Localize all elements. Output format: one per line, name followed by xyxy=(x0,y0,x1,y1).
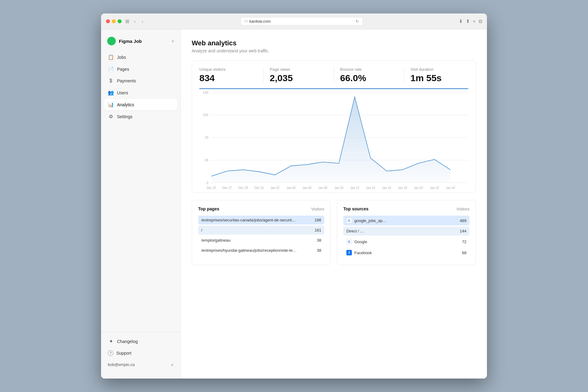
user-email: bob@emplo.ca xyxy=(108,362,168,367)
sidebar-bottom: ✦ Changelog ? Support bob@emplo.ca ∧ xyxy=(101,332,180,374)
sidebar-item-analytics[interactable]: 📊 Analytics xyxy=(104,99,177,110)
metric-divider-2 xyxy=(334,67,334,83)
support-item[interactable]: ? Support xyxy=(104,348,177,359)
svg-text:Jan 02: Jan 02 xyxy=(270,186,280,190)
close-button[interactable] xyxy=(106,19,110,23)
svg-text:0: 0 xyxy=(206,181,208,184)
top-pages-card: Top pages Visitors /entreprises/securita… xyxy=(192,200,331,265)
changelog-label: Changelog xyxy=(117,339,138,344)
sidebar: Figma Job ∨ 📋 Jobs 📄 Pages $ Payments 👥 xyxy=(101,29,181,379)
svg-text:Jan 24: Jan 24 xyxy=(446,186,455,190)
back-button[interactable]: ‹ xyxy=(133,18,137,24)
user-chevron-icon: ∧ xyxy=(171,363,174,367)
sidebar-item-settings[interactable]: ⚙ Settings xyxy=(104,111,177,122)
support-icon: ? xyxy=(108,350,113,356)
sidebar-item-users[interactable]: 👥 Users xyxy=(104,87,177,98)
forward-button[interactable]: › xyxy=(141,18,145,24)
facebook-icon: f xyxy=(346,250,352,255)
svg-text:105: 105 xyxy=(203,113,208,117)
tab-overview-icon[interactable]: ⧉ xyxy=(479,19,482,24)
metric-page-views-label: Page views xyxy=(270,67,322,72)
user-account[interactable]: bob@emplo.ca ∧ xyxy=(104,359,177,370)
metric-unique-visitors-value: 834 xyxy=(199,73,251,83)
svg-text:Dec 31: Dec 31 xyxy=(254,186,264,190)
metric-divider-3 xyxy=(404,67,404,83)
sidebar-item-users-label: Users xyxy=(117,90,128,95)
minimize-button[interactable] xyxy=(112,19,116,23)
nav-items: 📋 Jobs 📄 Pages $ Payments 👥 Users 📊 xyxy=(101,51,180,332)
support-label: Support xyxy=(116,351,131,356)
new-tab-icon[interactable]: + xyxy=(473,19,476,24)
jobs-icon: 📋 xyxy=(108,54,114,60)
svg-text:Jan 08: Jan 08 xyxy=(318,186,327,190)
table-row: /emploi/gatineau 38 xyxy=(198,236,324,245)
source-row-label: Facebook xyxy=(354,251,372,255)
top-sources-card: Top sources Visitors G google_jobs_apply… xyxy=(337,200,476,265)
source-row-label: Google xyxy=(354,239,367,244)
sidebar-item-settings-label: Settings xyxy=(117,114,133,119)
source-row: G google_jobs_apply xyxy=(346,218,387,223)
page-row-label: /entreprises/securitas-canada/jobs/agent… xyxy=(201,218,297,222)
svg-text:Jan 16: Jan 16 xyxy=(382,186,391,190)
source-row-value: 68 xyxy=(457,251,466,255)
download-icon[interactable]: ⬇ xyxy=(459,18,463,24)
metric-page-views-value: 2,035 xyxy=(270,73,322,83)
share-icon[interactable]: ⬆ xyxy=(466,18,470,24)
analytics-icon: 📊 xyxy=(108,102,114,107)
page-row-label: /entreprises/hyundai-gatineau/jobs/recep… xyxy=(201,248,297,253)
metric-bounce-rate-value: 66.0% xyxy=(340,73,392,83)
source-row: G Google xyxy=(346,239,367,244)
top-sources-header: Top sources Visitors xyxy=(343,206,469,211)
payments-icon: $ xyxy=(108,78,114,84)
svg-text:Jan 14: Jan 14 xyxy=(366,186,375,190)
svg-text:70: 70 xyxy=(205,136,208,139)
sidebar-item-jobs[interactable]: 📋 Jobs xyxy=(104,51,177,63)
brand[interactable]: Figma Job ∨ xyxy=(101,34,180,51)
sidebar-item-jobs-label: Jobs xyxy=(117,55,126,60)
page-title: Web analytics xyxy=(192,39,476,47)
source-row: f Facebook xyxy=(346,250,372,255)
table-row: G google_jobs_apply 489 xyxy=(343,216,469,225)
reload-icon[interactable]: ↻ xyxy=(356,19,359,24)
table-row: / 181 xyxy=(198,226,324,235)
pages-icon: 📄 xyxy=(108,66,114,72)
main-content: Web analytics Analyze and understand you… xyxy=(181,29,487,379)
brand-avatar xyxy=(107,37,116,45)
users-icon: 👥 xyxy=(108,90,114,96)
url-text: kardow.com xyxy=(250,19,271,24)
metric-bounce-rate-label: Bounce rate xyxy=(340,67,392,72)
sidebar-item-payments[interactable]: $ Payments xyxy=(104,75,177,86)
svg-text:Dec 27: Dec 27 xyxy=(222,186,232,190)
metric-bounce-rate: Bounce rate 66.0% xyxy=(340,67,398,83)
table-row: /entreprises/securitas-canada/jobs/agent… xyxy=(198,216,324,224)
svg-text:Jan 06: Jan 06 xyxy=(303,186,312,190)
source-row-value: 144 xyxy=(457,229,466,233)
url-bar[interactable]: 🛡 kardow.com ↻ xyxy=(240,17,363,25)
source-row: Direct / None xyxy=(346,229,370,233)
brand-name: Figma Job xyxy=(119,39,168,44)
source-row-label: google_jobs_apply xyxy=(354,218,387,223)
page-row-value: 38 xyxy=(312,248,321,253)
metric-visit-duration-value: 1m 55s xyxy=(410,73,462,83)
svg-text:Jan 18: Jan 18 xyxy=(398,186,407,190)
source-row-label: Direct / None xyxy=(346,229,365,233)
page-subtitle: Analyze and understand your web traffic. xyxy=(192,48,476,53)
table-row: /entreprises/hyundai-gatineau/jobs/recep… xyxy=(198,246,324,255)
top-pages-title: Top pages xyxy=(198,206,219,211)
svg-text:Jan 22: Jan 22 xyxy=(430,186,439,190)
sidebar-item-pages-label: Pages xyxy=(117,67,129,72)
sidebar-item-pages[interactable]: 📄 Pages xyxy=(104,63,177,75)
page-row-value: 186 xyxy=(312,218,321,222)
svg-text:140: 140 xyxy=(203,90,208,94)
source-row-value: 72 xyxy=(457,239,466,244)
google-icon: G xyxy=(346,218,352,223)
metric-divider-1 xyxy=(263,67,264,83)
sidebar-toggle-button[interactable]: ⊞ xyxy=(125,18,129,24)
changelog-item[interactable]: ✦ Changelog xyxy=(104,336,177,347)
metrics-row: Unique visitors 834 Page views 2,035 Bou… xyxy=(199,67,468,83)
page-header: Web analytics Analyze and understand you… xyxy=(192,39,476,53)
browser-actions: ⬇ ⬆ + ⧉ xyxy=(459,18,482,24)
svg-text:Dec 29: Dec 29 xyxy=(239,186,248,190)
svg-text:Dec 25: Dec 25 xyxy=(207,186,216,190)
maximize-button[interactable] xyxy=(118,19,122,23)
